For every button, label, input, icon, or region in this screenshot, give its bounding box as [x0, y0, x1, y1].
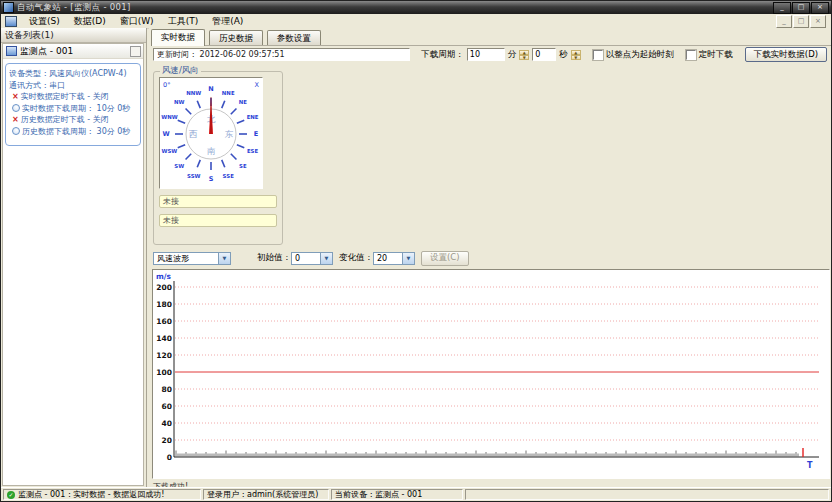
mdi-minimize-button[interactable]: _ — [776, 15, 792, 28]
step-value-label: 变化值： — [339, 252, 373, 264]
waveform-controls: 风速波形 ▼ 初始值： 0 ▼ 变化值： 20 ▼ 设置(C) — [153, 250, 469, 266]
y-tick-label: 20 — [162, 436, 172, 445]
close-button[interactable]: × — [811, 2, 829, 14]
checkbox-box[interactable] — [593, 50, 603, 60]
compass-svg: NNNENEENEEESESESSESSSWSWWSWWWNWNWNNW北东南西… — [160, 78, 262, 188]
y-tick-label: 0 — [167, 453, 172, 462]
time-cursor-handle[interactable]: T — [807, 461, 813, 470]
y-tick-label: 80 — [162, 385, 172, 394]
minutes-input[interactable]: 10 — [467, 48, 505, 61]
info-comm-mode: 通讯方式：串口 — [9, 80, 138, 92]
info-realtime-timer: × 实时数据定时下载 - 关闭 — [9, 91, 138, 103]
seconds-spinner[interactable]: ▲ ▼ — [571, 50, 581, 60]
compass-direction-label: ENE — [247, 114, 259, 120]
device-tree: 监测点 - 001 设备类型：风速风向仪(ACPW-4) 通讯方式：串口 × 实… — [2, 43, 144, 486]
chevron-down-icon[interactable]: ▼ — [402, 253, 414, 264]
menubar: 设置(S) 数据(D) 窗口(W) 工具(T) 管理(A) _ □ × — [1, 14, 831, 29]
checkbox-timed-download[interactable]: 定时下载 — [686, 49, 733, 61]
compass-direction-label: WSW — [162, 148, 178, 154]
y-tick-label: 200 — [156, 283, 172, 292]
tab-realtime-data[interactable]: 实时数据 — [151, 29, 205, 46]
device-icon — [6, 46, 17, 56]
compass-direction-label: S — [209, 175, 214, 183]
y-tick-label: 100 — [156, 368, 172, 377]
menu-window[interactable]: 窗口(W) — [113, 15, 161, 28]
wind-speed-chart: 020406080100120140160180200Tm/s — [152, 269, 830, 479]
minimize-button[interactable]: _ — [773, 2, 791, 14]
spinner-down-icon[interactable]: ▼ — [571, 55, 581, 60]
initial-value-label: 初始值： — [257, 252, 291, 264]
status-user: 登录用户：admin(系统管理员) — [203, 489, 329, 500]
checkbox-align-start[interactable]: 以整点为起始时刻 — [593, 49, 674, 61]
wind-direction-readout: 0° — [163, 81, 170, 89]
titlebar: 自动气象站 - [监测点 - 001] _ □ × — [1, 1, 831, 14]
info-history-timer: × 历史数据定时下载 - 关闭 — [9, 114, 138, 126]
compass-direction-label: N — [208, 85, 213, 93]
compass-direction-label: NE — [239, 99, 248, 105]
mdi-restore-button[interactable]: □ — [793, 15, 809, 28]
x-icon: × — [12, 114, 19, 126]
compass-inner-label: 西 — [189, 129, 198, 139]
compass-tick — [197, 101, 200, 108]
minutes-spinner[interactable]: ▲ ▼ — [519, 50, 529, 60]
tab-bar: 实时数据 历史数据 参数设置 — [151, 28, 831, 46]
seconds-input[interactable]: 0 — [532, 48, 556, 61]
compass-tick — [231, 109, 237, 115]
device-list-header: 设备列表(1) — [1, 28, 146, 43]
initial-value-select[interactable]: 0 ▼ — [291, 252, 333, 265]
y-axis-unit-label: m/s — [156, 272, 172, 281]
spinner-down-icon[interactable]: ▼ — [519, 55, 529, 60]
status-message: 监测点 - 001：实时数据 - 数据返回成功! — [18, 489, 164, 500]
menu-settings[interactable]: 设置(S) — [22, 15, 67, 28]
menu-manage[interactable]: 管理(A) — [205, 15, 250, 28]
device-info-box: 设备类型：风速风向仪(ACPW-4) 通讯方式：串口 × 实时数据定时下载 - … — [5, 63, 141, 146]
compass-direction-label: E — [254, 130, 258, 138]
wind-groupbox: 风速/风向 NNNENEENEEESESESSESSSWSWWSWWWNWNWN… — [153, 65, 283, 245]
waveform-select[interactable]: 风速波形 ▼ — [153, 252, 231, 265]
tab-parameter-settings[interactable]: 参数设置 — [267, 30, 321, 45]
x-icon: × — [12, 91, 19, 103]
compass-tick — [178, 120, 185, 123]
clock-icon — [12, 127, 20, 135]
success-icon: ✓ — [7, 491, 15, 499]
mdi-close-button[interactable]: × — [810, 15, 826, 28]
chevron-down-icon[interactable]: ▼ — [218, 253, 230, 264]
download-realtime-button[interactable]: 下载实时数据(D) — [745, 47, 827, 62]
sensor-status-1: 未接 — [159, 195, 277, 208]
compass-tick — [186, 154, 192, 160]
collapse-toggle[interactable] — [130, 46, 141, 57]
set-button[interactable]: 设置(C) — [421, 251, 469, 266]
compass-inner-label: 南 — [207, 146, 216, 156]
menu-tools[interactable]: 工具(T) — [161, 15, 206, 28]
update-time-field: 更新时间： 2012-06-02 09:57:51 — [153, 48, 410, 61]
y-tick-label: 140 — [156, 334, 172, 343]
compass-direction-label: W — [162, 130, 169, 138]
y-tick-label: 40 — [162, 419, 172, 428]
wind-compass: NNNENEENEEESESESSESSSWSWWSWWWNWNWNNW北东南西… — [159, 77, 263, 189]
window-title: 自动气象站 - [监测点 - 001] — [17, 2, 773, 14]
step-value-select[interactable]: 20 ▼ — [373, 252, 415, 265]
compass-tick — [178, 145, 185, 148]
checkbox-box[interactable] — [686, 50, 696, 60]
chevron-down-icon[interactable]: ▼ — [320, 253, 332, 264]
compass-direction-label: SSE — [223, 173, 235, 179]
compass-tick — [237, 145, 244, 148]
compass-direction-label: NW — [174, 99, 185, 105]
info-realtime-period: 实时数据下载周期： 10分 0秒 — [9, 103, 138, 115]
maximize-button[interactable]: □ — [792, 2, 810, 14]
info-history-period: 历史数据下载周期： 30分 0秒 — [9, 126, 138, 138]
compass-direction-label: SE — [239, 163, 247, 169]
menu-data[interactable]: 数据(D) — [67, 15, 113, 28]
minutes-unit-label: 分 — [508, 49, 517, 61]
y-tick-label: 160 — [156, 317, 172, 326]
status-empty-pane — [465, 489, 829, 500]
tab-history-data[interactable]: 历史数据 — [209, 30, 263, 45]
tree-item-device[interactable]: 监测点 - 001 — [3, 44, 143, 59]
tree-item-label: 监测点 - 001 — [20, 45, 130, 58]
compass-direction-label: SSW — [187, 173, 201, 179]
status-device: 当前设备：监测点 - 001 — [331, 489, 463, 500]
sensor-status-2: 未接 — [159, 214, 277, 227]
chart-svg: 020406080100120140160180200Tm/s — [153, 270, 829, 478]
main-area: 实时数据 历史数据 参数设置 更新时间： 2012-06-02 09:57:51… — [149, 28, 831, 487]
compass-tick — [197, 160, 200, 167]
